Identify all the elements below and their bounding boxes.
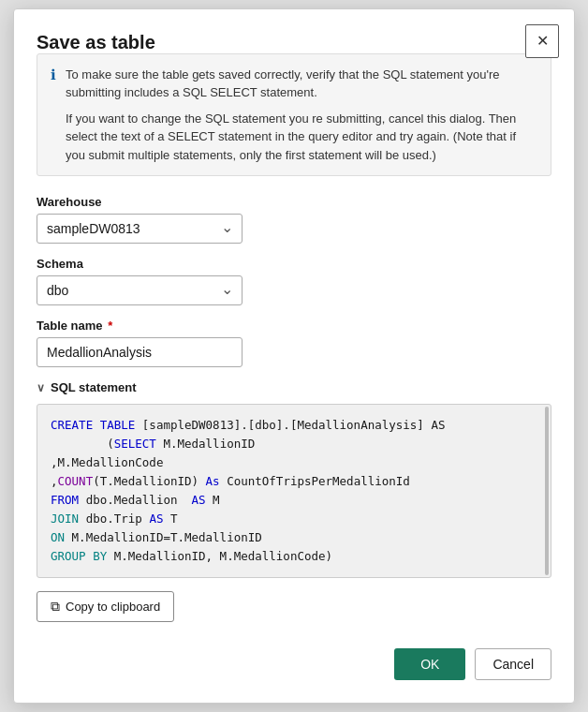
sql-line-2: (SELECT M.MedallionID <box>51 435 537 453</box>
table-name-field-group: Table name * <box>37 319 551 367</box>
chevron-down-icon: ∨ <box>37 381 45 394</box>
schema-field-group: Schema dbo <box>37 257 551 305</box>
copy-button-label: Copy to clipboard <box>66 600 160 614</box>
clipboard-icon: ⧉ <box>51 599 60 615</box>
sql-section: ∨ SQL statement CREATE TABLE [sampleDW08… <box>37 380 551 578</box>
copy-to-clipboard-button[interactable]: ⧉ Copy to clipboard <box>37 591 174 622</box>
info-line1: To make sure the table gets saved correc… <box>66 66 537 102</box>
sql-line-4: ,COUNT(T.MedallionID) As CountOfTripsPer… <box>51 472 537 491</box>
cancel-button[interactable]: Cancel <box>475 648 551 680</box>
warehouse-select-wrapper: sampleDW0813 <box>37 214 243 244</box>
sql-line-6: JOIN dbo.Trip AS T <box>51 510 537 528</box>
scrollbar[interactable] <box>545 407 549 575</box>
warehouse-label: Warehouse <box>37 195 551 209</box>
dialog-title: Save as table <box>37 32 155 52</box>
sql-line-5: FROM dbo.Medallion AS M <box>51 491 537 510</box>
info-line2: If you want to change the SQL statement … <box>66 110 537 165</box>
info-box: ℹ To make sure the table gets saved corr… <box>37 53 551 177</box>
table-name-label: Table name * <box>37 319 551 333</box>
table-name-input[interactable] <box>37 337 243 367</box>
sql-line-8: GROUP BY M.MedallionID, M.MedallionCode) <box>51 547 537 566</box>
warehouse-select[interactable]: sampleDW0813 <box>37 214 243 244</box>
sql-line-7: ON M.MedallionID=T.MedallionID <box>51 528 537 547</box>
save-as-table-dialog: Save as table ✕ ℹ To make sure the table… <box>13 8 575 705</box>
sql-toggle[interactable]: ∨ SQL statement <box>37 380 551 394</box>
sql-line-3: ,M.MedallionCode <box>51 453 537 472</box>
required-indicator: * <box>105 319 113 333</box>
schema-label: Schema <box>37 257 551 271</box>
sql-editor: CREATE TABLE [sampleDW0813].[dbo].[Medal… <box>37 404 551 578</box>
close-icon: ✕ <box>537 32 549 50</box>
dialog-footer: OK Cancel <box>37 648 551 680</box>
info-icon: ℹ <box>51 67 56 165</box>
sql-line-1: CREATE TABLE [sampleDW0813].[dbo].[Medal… <box>51 416 537 435</box>
sql-section-label: SQL statement <box>51 380 137 394</box>
info-text: To make sure the table gets saved correc… <box>66 66 537 165</box>
schema-select-wrapper: dbo <box>37 275 243 305</box>
warehouse-field-group: Warehouse sampleDW0813 <box>37 195 551 244</box>
ok-button[interactable]: OK <box>394 648 465 680</box>
schema-select[interactable]: dbo <box>37 275 243 305</box>
close-button[interactable]: ✕ <box>525 24 559 58</box>
